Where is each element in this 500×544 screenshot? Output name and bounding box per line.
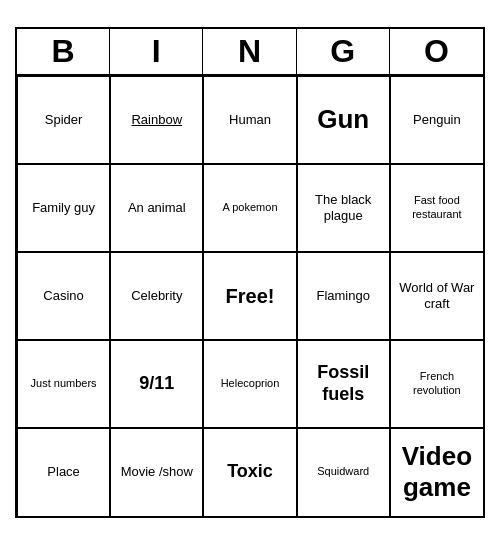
bingo-cell: Family guy: [17, 164, 110, 252]
cell-text: Free!: [226, 284, 275, 308]
bingo-grid: SpiderRainbowHumanGunPenguinFamily guyAn…: [17, 76, 483, 516]
cell-text: Celebrity: [131, 288, 182, 304]
cell-text: Video game: [395, 441, 479, 503]
bingo-cell: Flamingo: [297, 252, 390, 340]
cell-text: Fast food restaurant: [395, 194, 479, 220]
cell-text: A pokemon: [222, 201, 277, 214]
bingo-cell: Fossil fuels: [297, 340, 390, 428]
bingo-cell: An animal: [110, 164, 203, 252]
cell-text: Family guy: [32, 200, 95, 216]
bingo-cell: French revolution: [390, 340, 483, 428]
bingo-cell: Video game: [390, 428, 483, 516]
cell-text: Place: [47, 464, 80, 480]
header-letter: O: [390, 29, 483, 74]
bingo-cell: Just numbers: [17, 340, 110, 428]
bingo-cell: World of War craft: [390, 252, 483, 340]
bingo-cell: Toxic: [203, 428, 296, 516]
cell-text: Just numbers: [31, 377, 97, 390]
bingo-cell: Free!: [203, 252, 296, 340]
header-letter: G: [297, 29, 390, 74]
cell-text: Squidward: [317, 465, 369, 478]
bingo-cell: 9/11: [110, 340, 203, 428]
cell-text: 9/11: [139, 373, 174, 395]
bingo-cell: Squidward: [297, 428, 390, 516]
bingo-card: BINGO SpiderRainbowHumanGunPenguinFamily…: [15, 27, 485, 518]
bingo-cell: Place: [17, 428, 110, 516]
cell-text: An animal: [128, 200, 186, 216]
cell-text: Gun: [317, 104, 369, 135]
cell-text: French revolution: [395, 370, 479, 396]
bingo-cell: Rainbow: [110, 76, 203, 164]
header-letter: N: [203, 29, 296, 74]
header-letter: I: [110, 29, 203, 74]
bingo-cell: Fast food restaurant: [390, 164, 483, 252]
cell-text: Penguin: [413, 112, 461, 128]
bingo-cell: Penguin: [390, 76, 483, 164]
header-letter: B: [17, 29, 110, 74]
bingo-cell: Helecoprion: [203, 340, 296, 428]
bingo-header: BINGO: [17, 29, 483, 76]
cell-text: Casino: [43, 288, 83, 304]
cell-text: Human: [229, 112, 271, 128]
cell-text: Flamingo: [316, 288, 369, 304]
cell-text: Rainbow: [131, 112, 182, 128]
cell-text: Movie /show: [121, 464, 193, 480]
cell-text: Spider: [45, 112, 83, 128]
cell-text: Fossil fuels: [302, 362, 385, 405]
bingo-cell: Movie /show: [110, 428, 203, 516]
cell-text: Toxic: [227, 461, 273, 483]
bingo-cell: Celebrity: [110, 252, 203, 340]
bingo-cell: Human: [203, 76, 296, 164]
cell-text: The black plague: [302, 192, 385, 223]
cell-text: Helecoprion: [221, 377, 280, 390]
bingo-cell: Gun: [297, 76, 390, 164]
cell-text: World of War craft: [395, 280, 479, 311]
bingo-cell: A pokemon: [203, 164, 296, 252]
bingo-cell: Spider: [17, 76, 110, 164]
bingo-cell: Casino: [17, 252, 110, 340]
bingo-cell: The black plague: [297, 164, 390, 252]
